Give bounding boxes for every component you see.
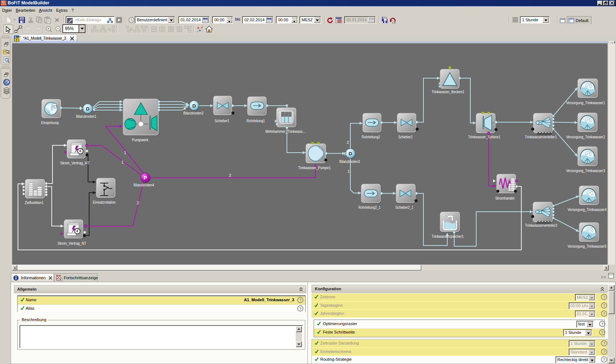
svg-text:Bilanzknoten1: Bilanzknoten1 [76, 114, 96, 119]
svg-text:Stromhandel: Stromhandel [495, 196, 514, 200]
svg-text:Rohrleitung2_1: Rohrleitung2_1 [358, 205, 380, 210]
svg-text:1: 1 [121, 160, 124, 164]
svg-text:Versorgung_Trinkwasser1: Versorgung_Trinkwasser1 [566, 101, 605, 105]
svg-text:Strom_Vertrag_HT: Strom_Vertrag_HT [60, 161, 90, 165]
svg-text:1: 1 [344, 152, 346, 156]
svg-text:Versorgung_Trinkwasser3: Versorgung_Trinkwasser3 [566, 168, 605, 173]
svg-text:Strom_Vertrag_NT: Strom_Vertrag_NT [58, 241, 86, 245]
svg-text:Einsatzrelation: Einsatzrelation [93, 200, 116, 204]
svg-text:Bilanzknoten2: Bilanzknoten2 [183, 111, 204, 115]
svg-text:Bilanzknoten4: Bilanzknoten4 [134, 183, 154, 187]
svg-text:Rohrleitung1: Rohrleitung1 [247, 119, 265, 123]
svg-text:Schieber1: Schieber1 [215, 119, 229, 123]
svg-text:1: 1 [80, 106, 82, 110]
svg-text:Schieber2: Schieber2 [398, 135, 413, 139]
svg-text:Trinkwasserverteiler2: Trinkwasserverteiler2 [525, 223, 557, 228]
svg-text:Pumpwerk: Pumpwerk [132, 138, 149, 142]
svg-text:Rohrleitung2: Rohrleitung2 [362, 135, 380, 139]
svg-text:Trinkwasser_Becken1: Trinkwasser_Becken1 [432, 90, 464, 94]
svg-text:Versorgung_Trinkwasser2: Versorgung_Trinkwasser2 [566, 135, 605, 139]
svg-text:2: 2 [347, 140, 349, 145]
svg-text:Versorgung_Trinkwasser5: Versorgung_Trinkwasser5 [568, 244, 606, 248]
svg-text:Trinkwasserspeicher1: Trinkwasserspeicher1 [432, 234, 464, 239]
svg-text:Mehrkammer_Trinkwass...: Mehrkammer_Trinkwass... [266, 129, 306, 134]
svg-text:Trinkwasserverteiler1: Trinkwasserverteiler1 [525, 135, 557, 139]
svg-text:2: 2 [137, 201, 139, 205]
svg-text:Trinkwasser_Pumpe1: Trinkwasser_Pumpe1 [298, 165, 331, 170]
svg-text:Einspeisung: Einspeisung [41, 120, 59, 125]
svg-text:1: 1 [347, 169, 350, 174]
svg-text:4: 4 [93, 108, 95, 112]
svg-text:Zielfunktion1: Zielfunktion1 [25, 200, 44, 205]
svg-text:1: 1 [124, 150, 126, 155]
svg-text:4: 4 [183, 106, 186, 111]
svg-text:D: D [192, 103, 196, 109]
svg-text:2: 2 [229, 173, 231, 178]
svg-text:D: D [86, 106, 89, 112]
svg-text:D: D [349, 151, 352, 156]
svg-text:P: P [144, 175, 147, 181]
svg-text:Trinkwasser_Turbine1: Trinkwasser_Turbine1 [468, 135, 500, 139]
svg-text:Bilanzknoten3: Bilanzknoten3 [339, 159, 360, 164]
svg-text:Schieber2_1: Schieber2_1 [396, 205, 413, 210]
svg-text:Versorgung_Trinkwasser4: Versorgung_Trinkwasser4 [568, 207, 606, 212]
